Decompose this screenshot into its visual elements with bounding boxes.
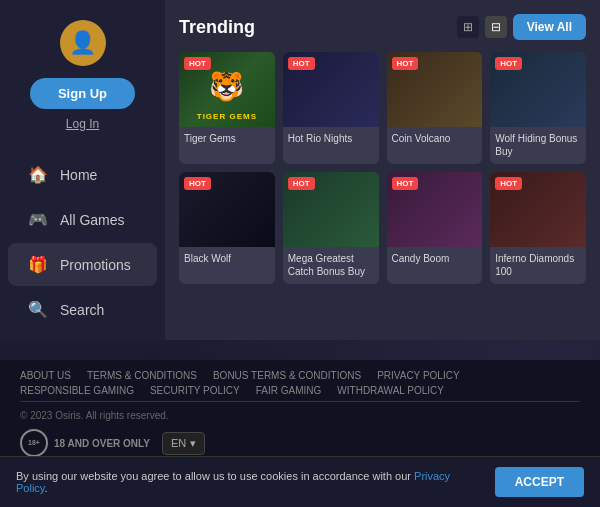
sign-up-button[interactable]: Sign Up [30,78,135,109]
game-name: Inferno Diamonds 100 [490,247,586,284]
hot-badge: HOT [495,57,522,70]
game-name: Mega Greatest Catch Bonus Buy [283,247,379,284]
home-icon: 🏠 [28,165,48,184]
hot-badge: HOT [184,177,211,190]
game-card-coin-volcano[interactable]: HOTCoin Volcano [387,52,483,164]
cookie-banner: By using our website you agree to allow … [0,456,600,507]
hot-badge: HOT [392,57,419,70]
game-card-tiger-gems[interactable]: HOTTIGER GEMSTiger Gems [179,52,275,164]
game-card-wolf-hiding-bonus-buy[interactable]: HOTWolf Hiding Bonus Buy [490,52,586,164]
promotions-icon: 🎁 [28,255,48,274]
lang-label: EN [171,437,186,449]
hot-badge: HOT [184,57,211,70]
age-badge: 18+ 18 AND OVER ONLY [20,429,150,457]
footer-bottom: © 2023 Osiris. All rights reserved. [0,402,600,429]
sidebar-item-label: All Games [60,212,125,228]
sidebar-item-label: Search [60,302,104,318]
game-name: Coin Volcano [387,127,483,151]
trending-header: Trending ⊞ ⊟ View All [179,14,586,40]
trending-title: Trending [179,17,255,38]
game-name: Tiger Gems [179,127,275,151]
game-card-inferno-diamonds-100[interactable]: HOTInferno Diamonds 100 [490,172,586,284]
sidebar: 👤 Sign Up Log In 🏠Home🎮All Games🎁Promoti… [0,0,165,340]
sidebar-item-all-games[interactable]: 🎮All Games [8,198,157,241]
footer-link-withdrawal-policy[interactable]: WITHDRAWAL POLICY [337,385,444,396]
footer-link-bonus-terms-&-conditions[interactable]: BONUS TERMS & CONDITIONS [213,370,361,381]
log-in-link[interactable]: Log In [66,117,99,131]
footer-link-terms-&-conditions[interactable]: TERMS & CONDITIONS [87,370,197,381]
sidebar-item-promotions[interactable]: 🎁Promotions [8,243,157,286]
hot-badge: HOT [288,177,315,190]
view-controls: ⊞ ⊟ View All [457,14,586,40]
games-grid: HOTTIGER GEMSTiger GemsHOTHot Rio Nights… [179,52,586,284]
cookie-text: By using our website you agree to allow … [16,470,479,494]
footer-link-about-us[interactable]: ABOUT US [20,370,71,381]
footer-link-fair-gaming[interactable]: FAIR GAMING [256,385,322,396]
copyright-text: © 2023 Osiris. All rights reserved. [20,410,169,421]
hot-badge: HOT [288,57,315,70]
footer-link-responsible-gaming[interactable]: RESPONSIBLE GAMING [20,385,134,396]
game-card-black-wolf[interactable]: HOTBlack Wolf [179,172,275,284]
avatar: 👤 [60,20,106,66]
grid-toggle-4col[interactable]: ⊟ [485,16,507,38]
search-icon: 🔍 [28,300,48,319]
game-card-candy-boom[interactable]: HOTCandy Boom [387,172,483,284]
sidebar-item-search[interactable]: 🔍Search [8,288,157,331]
footer-link-security-policy[interactable]: SECURITY POLICY [150,385,240,396]
hot-badge: HOT [495,177,522,190]
age-icon: 18+ [20,429,48,457]
game-name: Candy Boom [387,247,483,271]
game-name: Hot Rio Nights [283,127,379,151]
footer-links: ABOUT USTERMS & CONDITIONSBONUS TERMS & … [0,360,600,401]
sidebar-item-label: Promotions [60,257,131,273]
game-card-mega-greatest-catch-bonus-buy[interactable]: HOTMega Greatest Catch Bonus Buy [283,172,379,284]
accept-button[interactable]: ACCEPT [495,467,584,497]
main-content: Trending ⊞ ⊟ View All HOTTIGER GEMSTiger… [165,0,600,340]
view-all-button[interactable]: View All [513,14,586,40]
language-selector[interactable]: EN ▾ [162,432,205,455]
footer: ABOUT USTERMS & CONDITIONSBONUS TERMS & … [0,360,600,465]
all-games-icon: 🎮 [28,210,48,229]
age-label: 18 AND OVER ONLY [54,438,150,449]
sidebar-item-label: Home [60,167,97,183]
sidebar-nav: 🏠Home🎮All Games🎁Promotions🔍Search [0,151,165,333]
footer-link-privacy-policy[interactable]: PRIVACY POLICY [377,370,459,381]
user-icon: 👤 [69,30,96,56]
grid-toggle-2col[interactable]: ⊞ [457,16,479,38]
game-name: Black Wolf [179,247,275,271]
game-card-hot-rio-nights[interactable]: HOTHot Rio Nights [283,52,379,164]
sidebar-item-home[interactable]: 🏠Home [8,153,157,196]
game-name: Wolf Hiding Bonus Buy [490,127,586,164]
chevron-down-icon: ▾ [190,437,196,450]
hot-badge: HOT [392,177,419,190]
